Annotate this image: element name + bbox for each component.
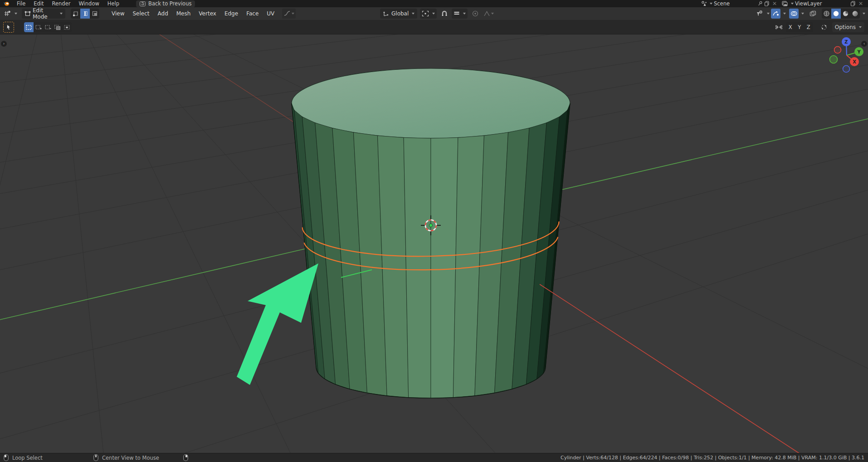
options-dropdown[interactable]: Options [832, 22, 864, 32]
active-tool-tweak-icon[interactable] [3, 22, 14, 33]
visibility-filter-caret[interactable] [767, 13, 770, 15]
pivot-point-selector[interactable] [420, 9, 437, 19]
topbar: FileEditRenderWindowHelp Back to Previou… [0, 0, 868, 7]
svg-text:Y: Y [857, 49, 861, 54]
mode-label: Edit Mode [33, 7, 57, 20]
gizmo-axis-z-neg [843, 66, 850, 73]
viewport-3d[interactable]: Z Y X [0, 0, 868, 462]
topbar-menu-window[interactable]: Window [74, 0, 103, 7]
back-to-previous-button[interactable]: Back to Previous [136, 0, 195, 7]
face-select-button[interactable] [90, 9, 99, 19]
lmb-mouse-icon [4, 454, 9, 461]
magnet-icon [441, 10, 448, 17]
select-mode-buttons [71, 9, 99, 19]
mmb-mouse-icon [93, 454, 98, 461]
header-menu-add[interactable]: Add [154, 9, 172, 19]
edit-mode-icon [24, 11, 31, 17]
header-menu-uv[interactable]: UV [263, 9, 278, 19]
vertex-select-button[interactable] [71, 9, 80, 19]
tool-settings-row: XYZ Options [0, 20, 868, 34]
edge-select-button[interactable] [80, 9, 90, 19]
status-hint-lmb: Loop Select [4, 453, 43, 462]
gizmo-settings-caret[interactable] [783, 13, 786, 15]
overlays-settings-caret[interactable] [801, 13, 804, 15]
mirror-axis-y-button[interactable]: Y [795, 22, 804, 32]
scene-unlink-icon[interactable]: ✕ [771, 0, 778, 7]
viewport-header: Edit Mode [0, 7, 868, 20]
cylinder-top-cap[interactable] [292, 68, 570, 138]
orientation-label: Global [391, 10, 409, 17]
scene-browse-caret[interactable] [710, 3, 712, 5]
topbar-menu-help[interactable]: Help [103, 0, 123, 7]
object-visibility-filter[interactable] [755, 9, 764, 19]
toolbar-expand-arrow[interactable]: › [1, 41, 7, 47]
shading-rendered-button[interactable] [850, 9, 860, 19]
scene-name[interactable]: Scene [714, 0, 756, 7]
sidebar-expand-arrow[interactable]: ‹ [861, 41, 867, 47]
blender-logo-icon[interactable] [0, 1, 13, 6]
viewlayer-name[interactable]: ViewLayer [795, 0, 849, 7]
new-scene-icon[interactable] [764, 1, 770, 6]
new-viewlayer-icon[interactable] [850, 1, 856, 6]
proportional-falloff-dropdown[interactable] [282, 9, 296, 19]
editor-type-selector[interactable] [3, 9, 12, 19]
show-overlays-toggle[interactable] [789, 9, 799, 19]
header-menu-face[interactable]: Face [242, 9, 263, 19]
topbar-menu-file[interactable]: File [13, 0, 29, 7]
back-arrow-icon [140, 1, 146, 6]
gizmo-axis-x-neg [834, 47, 841, 53]
status-hint-rmb [183, 453, 188, 462]
topbar-menu-edit[interactable]: Edit [29, 0, 48, 7]
mirror-axis-buttons: XYZ [786, 22, 813, 32]
show-gizmo-toggle[interactable] [771, 9, 780, 19]
editor-type-caret[interactable] [15, 13, 17, 15]
cylinder-face[interactable] [404, 138, 431, 398]
shading-solid-button[interactable] [831, 9, 841, 19]
svg-text:X: X [853, 59, 856, 64]
options-label: Options [835, 24, 856, 30]
status-bar: Loop Select Center View to Mouse Cylinde… [0, 453, 868, 462]
transform-orientation-selector[interactable]: Global [380, 9, 417, 19]
viewlayer-remove-icon[interactable]: ✕ [857, 0, 864, 7]
mode-selector[interactable]: Edit Mode [22, 9, 65, 19]
select-mode-extend-button[interactable] [34, 22, 43, 32]
scene-icon [701, 1, 707, 6]
select-mode-set-button[interactable] [24, 22, 34, 32]
proportional-editing-icon [472, 10, 478, 17]
select-mode-subtract-button[interactable] [43, 22, 53, 32]
header-menus: ViewSelectAddMeshVertexEdgeFaceUV [107, 9, 278, 19]
shading-material-button[interactable] [841, 9, 850, 19]
snap-settings-icon [454, 11, 460, 16]
scene-selector: Scene ✕ [699, 0, 780, 7]
viewlayer-icon [782, 1, 788, 6]
snap-settings-dropdown[interactable] [452, 9, 468, 19]
status-hint-label: Center View to Mouse [102, 453, 159, 462]
shading-settings-caret[interactable] [863, 13, 865, 15]
pivot-icon [422, 10, 429, 17]
topbar-menus: FileEditRenderWindowHelp [13, 0, 123, 7]
header-menu-mesh[interactable]: Mesh [172, 9, 195, 19]
topbar-menu-render[interactable]: Render [48, 0, 75, 7]
proportional-falloff-toggle[interactable] [483, 9, 495, 19]
svg-text:Z: Z [844, 39, 848, 44]
pin-icon[interactable] [758, 1, 763, 6]
auto-merge-toggle[interactable] [818, 22, 830, 32]
xray-toggle[interactable] [808, 9, 818, 19]
header-menu-view[interactable]: View [107, 9, 128, 19]
proportional-editing-toggle[interactable] [470, 9, 480, 19]
shading-wireframe-button[interactable] [822, 9, 831, 19]
header-menu-select[interactable]: Select [128, 9, 153, 19]
status-hint-mmb: Center View to Mouse [93, 453, 159, 462]
mirror-axis-z-button[interactable]: Z [804, 22, 813, 32]
header-menu-edge[interactable]: Edge [220, 9, 242, 19]
select-mode-intersect-button[interactable] [62, 22, 72, 32]
viewlayer-selector: ViewLayer ✕ [780, 0, 866, 7]
select-box-mode-buttons [24, 22, 72, 32]
mirror-axis-x-button[interactable]: X [786, 22, 795, 32]
viewlayer-browse-caret[interactable] [791, 3, 794, 5]
orientation-icon [383, 10, 390, 17]
header-menu-vertex[interactable]: Vertex [195, 9, 220, 19]
snap-toggle-button[interactable] [439, 9, 449, 19]
status-hint-label: Loop Select [12, 453, 43, 462]
select-mode-invert-button[interactable] [53, 22, 62, 32]
